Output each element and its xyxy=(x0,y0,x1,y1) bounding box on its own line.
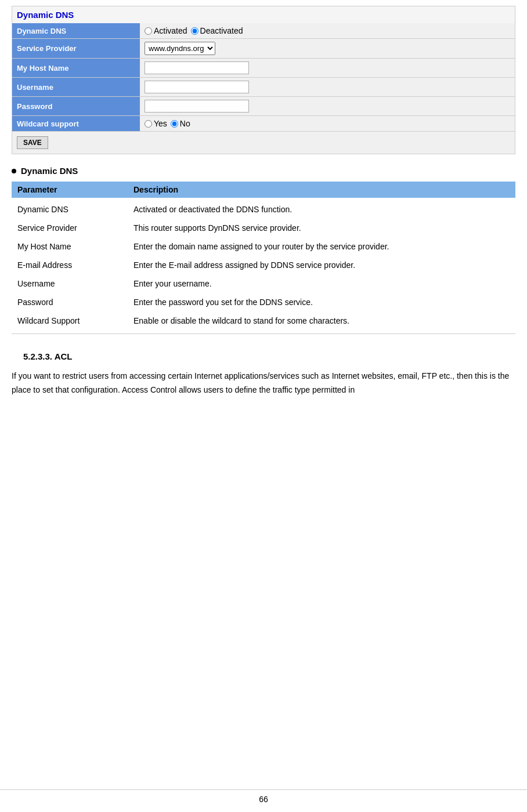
desc-param: My Host Name xyxy=(12,235,128,253)
radio-group-wildcard: Yes No xyxy=(145,119,510,128)
label-service-provider: Service Provider xyxy=(12,39,140,59)
desc-description: This router supports DynDNS service prov… xyxy=(128,216,515,235)
form-title: Dynamic DNS xyxy=(12,6,515,23)
radio-yes-label[interactable]: Yes xyxy=(145,119,167,128)
form-row-dynamic-dns: Dynamic DNS Activated Deactivated xyxy=(12,23,515,39)
bullet-section: Dynamic DNS xyxy=(12,166,515,176)
value-dynamic-dns: Activated Deactivated xyxy=(140,23,515,39)
bullet-title: Dynamic DNS xyxy=(12,166,515,176)
radio-deactivated-text: Deactivated xyxy=(200,26,243,35)
value-my-host-name xyxy=(140,59,515,78)
radio-no-label[interactable]: No xyxy=(171,119,190,128)
desc-param: Dynamic DNS xyxy=(12,198,128,216)
desc-table-row: My Host NameEnter the domain name assign… xyxy=(12,235,515,253)
label-username: Username xyxy=(12,78,140,97)
desc-table-row: Dynamic DNSActivated or deactivated the … xyxy=(12,198,515,216)
description-table: Parameter Description Dynamic DNSActivat… xyxy=(12,182,515,334)
desc-description: Enable or disable the wildcard to stand … xyxy=(128,309,515,334)
label-password: Password xyxy=(12,97,140,116)
desc-table-row: Service ProviderThis router supports Dyn… xyxy=(12,216,515,235)
value-password xyxy=(140,97,515,116)
value-service-provider: www.dyndns.org xyxy=(140,39,515,59)
my-host-name-input[interactable] xyxy=(145,61,249,74)
radio-activated-label[interactable]: Activated xyxy=(145,26,187,35)
desc-table-row: E-mail AddressEnter the E-mail address a… xyxy=(12,253,515,272)
acl-section: 5.2.3.3. ACL If you want to restrict use… xyxy=(12,351,515,397)
form-row-username: Username xyxy=(12,78,515,97)
desc-table-row: PasswordEnter the password you set for t… xyxy=(12,291,515,309)
radio-group-dynamic-dns: Activated Deactivated xyxy=(145,26,510,35)
password-input[interactable] xyxy=(145,100,249,113)
radio-activated[interactable] xyxy=(145,27,152,35)
desc-description: Enter the domain name assigned to your r… xyxy=(128,235,515,253)
value-wildcard: Yes No xyxy=(140,116,515,132)
save-button[interactable]: SAVE xyxy=(17,136,48,149)
desc-table-row: Wildcard SupportEnable or disable the wi… xyxy=(12,309,515,334)
desc-description: Enter the password you set for the DDNS … xyxy=(128,291,515,309)
desc-table-header-row: Parameter Description xyxy=(12,182,515,198)
value-username xyxy=(140,78,515,97)
desc-param: E-mail Address xyxy=(12,253,128,272)
page-footer: 66 xyxy=(0,789,527,804)
radio-deactivated-label[interactable]: Deactivated xyxy=(191,26,243,35)
desc-param: Service Provider xyxy=(12,216,128,235)
radio-no-text: No xyxy=(180,119,190,128)
desc-description: Activated or deactivated the DDNS functi… xyxy=(128,198,515,216)
page-number: 66 xyxy=(259,795,268,804)
label-my-host-name: My Host Name xyxy=(12,59,140,78)
acl-title: 5.2.3.3. ACL xyxy=(23,351,515,361)
desc-param: Password xyxy=(12,291,128,309)
desc-param: Username xyxy=(12,272,128,291)
form-row-password: Password xyxy=(12,97,515,116)
radio-no[interactable] xyxy=(171,120,178,128)
desc-header-parameter: Parameter xyxy=(12,182,128,198)
radio-yes[interactable] xyxy=(145,120,152,128)
desc-description: Enter your username. xyxy=(128,272,515,291)
username-input[interactable] xyxy=(145,81,249,93)
radio-yes-text: Yes xyxy=(154,119,167,128)
desc-description: Enter the E-mail address assigned by DDN… xyxy=(128,253,515,272)
desc-header-description: Description xyxy=(128,182,515,198)
label-dynamic-dns: Dynamic DNS xyxy=(12,23,140,39)
dynamic-dns-form: Dynamic DNS Dynamic DNS Activated Deacti… xyxy=(12,6,515,154)
desc-param: Wildcard Support xyxy=(12,309,128,334)
form-row-service-provider: Service Provider www.dyndns.org xyxy=(12,39,515,59)
radio-deactivated[interactable] xyxy=(191,27,198,35)
bullet-dot-icon xyxy=(12,169,16,173)
form-table: Dynamic DNS Activated Deactivated xyxy=(12,23,515,132)
desc-table-row: UsernameEnter your username. xyxy=(12,272,515,291)
label-wildcard: Wildcard support xyxy=(12,116,140,132)
service-provider-select[interactable]: www.dyndns.org xyxy=(145,42,215,55)
form-row-wildcard: Wildcard support Yes No xyxy=(12,116,515,132)
radio-activated-text: Activated xyxy=(154,26,187,35)
save-row: SAVE xyxy=(12,132,515,154)
bullet-title-text: Dynamic DNS xyxy=(21,166,78,176)
acl-body: If you want to restrict users from acces… xyxy=(12,369,515,397)
form-row-my-host-name: My Host Name xyxy=(12,59,515,78)
